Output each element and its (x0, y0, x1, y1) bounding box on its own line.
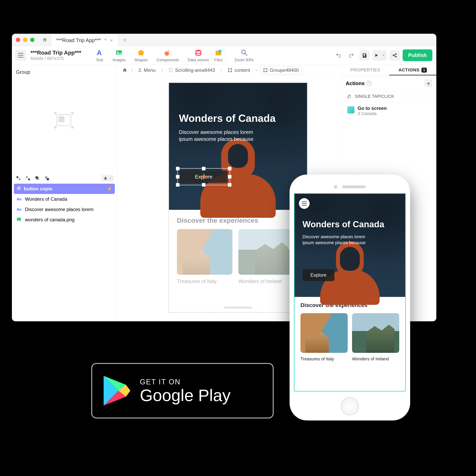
tool-zoom[interactable]: Zoom 93% (235, 48, 254, 62)
chevron-right-icon: › (256, 68, 257, 73)
svg-point-32 (228, 71, 229, 72)
tab-actions[interactable]: ACTIONS 1 (389, 65, 437, 75)
preview-button[interactable] (373, 50, 387, 61)
secondary-tools: + Files (214, 48, 223, 62)
phone-speaker-icon (342, 186, 366, 188)
breadcrumb-item[interactable]: 2. Menu (136, 66, 158, 74)
redo-button[interactable] (346, 50, 357, 61)
images-icon (115, 48, 123, 57)
resize-handle[interactable] (228, 175, 231, 178)
main-menu-button[interactable] (15, 50, 26, 61)
help-icon[interactable]: ? (367, 81, 372, 86)
project-subtitle: Mobile / 667x375 (31, 56, 81, 61)
action-item[interactable]: Go to screen 3 Canada (347, 105, 431, 116)
svg-rect-25 (18, 187, 19, 189)
breadcrumb-label: Scrolling-area9443 (175, 68, 215, 73)
google-play-badge[interactable]: GET IT ON Google Play (91, 363, 274, 419)
svg-text:+: + (219, 50, 221, 53)
phone-hero-title: Wonders of Canada (303, 220, 395, 229)
text-layer-icon: Aa (17, 197, 22, 201)
chevron-right-icon: › (161, 68, 163, 73)
layers-list: button copie ⚡ Aa Wonders of Canada Aa D… (14, 184, 115, 225)
canvas-scrollbar[interactable] (224, 307, 252, 309)
selected-element[interactable]: Explore (177, 168, 230, 185)
breadcrumb-home[interactable] (121, 67, 129, 74)
experience-card[interactable]: Treasures of Italy (301, 313, 348, 362)
svg-rect-28 (169, 68, 172, 72)
experience-card[interactable]: Wonders of Ireland (238, 229, 294, 284)
layer-align-1[interactable] (15, 175, 22, 182)
layer-row[interactable]: button copie ⚡ (14, 184, 115, 194)
menu-button[interactable] (299, 198, 310, 209)
svg-rect-34 (264, 69, 267, 72)
tool-text[interactable]: A Text (95, 48, 104, 62)
window-zoom-icon[interactable] (30, 38, 34, 42)
experience-card[interactable]: Treasures of Italy (177, 229, 232, 284)
text-icon: A (95, 48, 104, 57)
resize-handle[interactable] (176, 167, 180, 170)
gplay-top-line: GET IT ON (140, 378, 231, 386)
layer-align-3[interactable] (34, 175, 41, 182)
delete-layer-button[interactable] (101, 175, 114, 182)
publish-button[interactable]: Publish (403, 49, 432, 61)
breadcrumb-label: content (235, 68, 250, 73)
svg-rect-29 (229, 69, 232, 72)
layer-align-4[interactable] (44, 175, 50, 182)
phone-home-button[interactable] (341, 397, 359, 415)
left-panel-title: Group (16, 69, 113, 75)
breadcrumb-label: Groupe48400 (270, 68, 299, 73)
svg-rect-21 (35, 176, 38, 178)
experience-card[interactable]: Wonders of Ireland (352, 313, 399, 362)
breadcrumb-item[interactable]: content (225, 66, 253, 74)
google-play-icon (102, 374, 132, 408)
action-trigger-row[interactable]: SINGLE TAP/CLICK (346, 91, 432, 102)
datasource-icon (194, 48, 203, 57)
scroll-area-icon (168, 68, 173, 73)
hero-description: Discover awesome places lorem ipsum awes… (179, 129, 262, 143)
svg-rect-18 (26, 176, 28, 178)
actions-count-badge: 1 (422, 68, 427, 73)
undo-button[interactable] (333, 50, 343, 61)
hero-section: Wonders of Canada Discover awesome place… (169, 83, 307, 210)
save-button[interactable] (359, 50, 370, 61)
phone-screen[interactable]: Wonders of Canada Discover awesome place… (294, 193, 406, 391)
card-thumbnail (301, 313, 348, 353)
add-action-button[interactable]: ＋ (425, 79, 432, 87)
layer-row[interactable]: Aa Wonders of Canada (14, 194, 115, 204)
home-button[interactable] (40, 35, 50, 45)
google-play-text: GET IT ON Google Play (140, 378, 231, 404)
explore-button[interactable]: Explore (303, 269, 334, 281)
image-layer-icon (17, 218, 22, 222)
document-tab[interactable]: ***Road Trip App*** * × (51, 34, 119, 46)
phone-notch (294, 181, 406, 193)
tool-components[interactable]: Components (156, 48, 179, 62)
design-canvas[interactable]: Wonders of Canada Discover awesome place… (169, 83, 307, 313)
resize-handle[interactable] (176, 175, 180, 178)
svg-rect-17 (19, 178, 20, 180)
share-button[interactable] (390, 50, 400, 61)
resize-handle[interactable] (176, 183, 180, 187)
tool-datasource[interactable]: Data source (188, 48, 209, 62)
tool-files-label: Files (214, 58, 222, 62)
selection-center-icon[interactable] (202, 174, 206, 179)
layer-align-2[interactable] (25, 175, 31, 182)
window-minimize-icon[interactable] (23, 38, 27, 42)
tab-properties[interactable]: PROPERTIES (342, 65, 389, 75)
window-close-icon[interactable] (16, 38, 20, 42)
breadcrumb-item-current[interactable]: Groupe48400 (260, 66, 302, 74)
tool-files[interactable]: + Files (214, 48, 223, 62)
layer-row[interactable]: Aa Discover awesome places lorem (14, 204, 115, 215)
tool-shapes[interactable]: Shapes (134, 48, 148, 62)
resize-handle[interactable] (228, 167, 231, 170)
tool-images[interactable]: Images (113, 48, 126, 62)
tool-text-label: Text (96, 58, 103, 62)
resize-handle[interactable] (228, 183, 231, 187)
resize-handle[interactable] (202, 167, 205, 170)
resize-handle[interactable] (202, 183, 205, 187)
layer-row[interactable]: wonders of canada.png (14, 215, 115, 225)
new-tab-button[interactable]: ＋ (120, 36, 129, 44)
tab-close-icon[interactable]: × (110, 37, 113, 43)
action-title: Go to screen (357, 105, 387, 111)
breadcrumb-item[interactable]: Scrolling-area9443 (166, 66, 218, 74)
goto-screen-icon (347, 106, 355, 113)
